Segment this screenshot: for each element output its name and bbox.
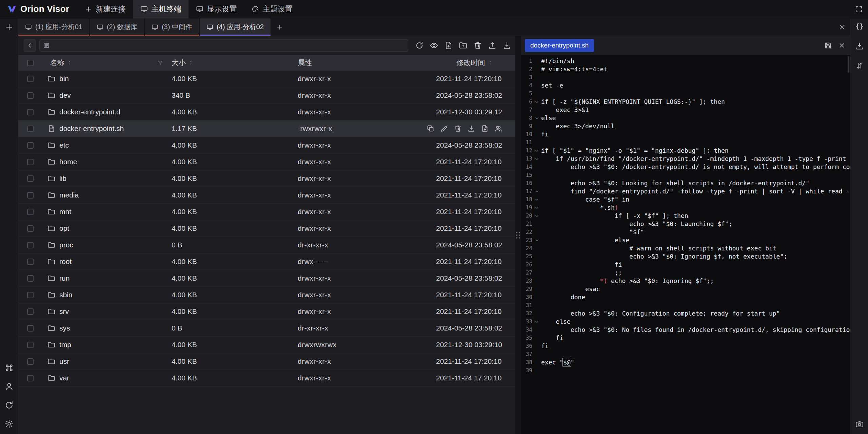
file-row[interactable]: var 4.00 KB drwxr-xr-x 2021-11-24 17:20:…: [18, 370, 515, 386]
row-checkbox[interactable]: [27, 325, 34, 332]
file-row[interactable]: dev 340 B drwxr-xr-x 2024-05-28 23:58:02: [18, 87, 515, 104]
new-tab-button[interactable]: [271, 18, 288, 36]
download-icon[interactable]: [467, 125, 475, 133]
sync-icon[interactable]: [4, 400, 14, 410]
fold-icon[interactable]: [532, 114, 541, 122]
fold-icon[interactable]: [532, 212, 541, 220]
row-checkbox[interactable]: [27, 259, 34, 265]
folder-icon: [47, 141, 56, 149]
refresh-icon[interactable]: [415, 41, 424, 50]
sort-name-icon[interactable]: [67, 60, 72, 65]
plus-icon: [85, 5, 92, 13]
fold-icon[interactable]: [532, 155, 541, 163]
new-folder-icon[interactable]: [459, 41, 468, 50]
file-row[interactable]: docker-entrypoint.d 4.00 KB drwxr-xr-x 2…: [18, 104, 515, 120]
fold-icon[interactable]: [532, 147, 541, 155]
braces-icon[interactable]: [855, 22, 864, 31]
file-row[interactable]: proc 0 B dr-xr-xr-x 2024-05-28 23:58:02: [18, 237, 515, 253]
save-icon[interactable]: [824, 41, 832, 50]
close-panel-icon[interactable]: [839, 23, 846, 31]
row-checkbox[interactable]: [27, 109, 34, 115]
row-checkbox[interactable]: [27, 375, 34, 381]
screen-record-icon[interactable]: [855, 420, 864, 429]
row-checkbox[interactable]: [27, 92, 34, 99]
upload-icon[interactable]: [488, 41, 497, 50]
editor-file-tab[interactable]: docker-entrypoint.sh: [525, 39, 594, 52]
file-row[interactable]: run 4.00 KB drwxr-xr-x 2024-05-28 23:58:…: [18, 270, 515, 287]
file-row[interactable]: sys 0 B dr-xr-xr-x 2024-05-28 23:58:02: [18, 320, 515, 337]
download-icon[interactable]: [502, 41, 511, 50]
gear-icon[interactable]: [4, 419, 14, 429]
new-file-icon[interactable]: [444, 41, 453, 50]
row-checkbox[interactable]: [27, 242, 34, 248]
panel-splitter[interactable]: [515, 36, 521, 434]
terminal-tab[interactable]: (4) 应用-分析02: [200, 18, 271, 36]
file-row[interactable]: srv 4.00 KB drwxr-xr-x 2021-11-24 17:20:…: [18, 303, 515, 320]
row-checkbox[interactable]: [27, 159, 34, 165]
file-row[interactable]: usr 4.00 KB drwxr-xr-x 2021-11-24 17:20:…: [18, 353, 515, 370]
column-header-name[interactable]: 名称: [50, 58, 64, 68]
file-row[interactable]: media 4.00 KB drwxr-xr-x 2021-11-24 17:2…: [18, 187, 515, 204]
fold-icon[interactable]: [532, 318, 541, 326]
copy-icon[interactable]: [427, 125, 435, 133]
file-row[interactable]: bin 4.00 KB drwxr-xr-x 2021-11-24 17:20:…: [18, 71, 515, 87]
fold-icon[interactable]: [532, 98, 541, 106]
terminal-tab[interactable]: (2) 数据库: [90, 18, 145, 36]
row-checkbox[interactable]: [27, 76, 34, 82]
row-checkbox[interactable]: [27, 308, 34, 315]
move-icon[interactable]: [481, 125, 489, 133]
delete-icon[interactable]: [473, 41, 482, 50]
edit-icon[interactable]: [440, 125, 448, 133]
column-header-mtime[interactable]: 修改时间: [457, 58, 485, 68]
fold-icon[interactable]: [532, 204, 541, 212]
file-row[interactable]: lib 4.00 KB drwxr-xr-x 2021-11-24 17:20:…: [18, 170, 515, 187]
file-row[interactable]: home 4.00 KB drwxr-xr-x 2021-11-24 17:20…: [18, 154, 515, 170]
user-icon[interactable]: [4, 382, 14, 391]
terminal-tab[interactable]: (1) 应用-分析01: [18, 18, 90, 36]
code-editor[interactable]: 1#!/bin/sh2# vim:sw=4:ts=4:et34set -e56i…: [521, 55, 850, 434]
file-row[interactable]: etc 4.00 KB drwxr-xr-x 2024-05-28 23:58:…: [18, 137, 515, 154]
fold-icon[interactable]: [532, 187, 541, 195]
row-checkbox[interactable]: [27, 192, 34, 199]
close-editor-icon[interactable]: [838, 42, 846, 49]
fold-icon[interactable]: [532, 195, 541, 204]
column-header-size[interactable]: 大小: [172, 58, 186, 68]
path-input[interactable]: [39, 39, 408, 52]
row-checkbox[interactable]: [27, 358, 34, 365]
file-row[interactable]: sbin 4.00 KB drwxr-xr-x 2021-11-24 17:20…: [18, 287, 515, 303]
file-mtime-cell: 2021-11-24 17:20:10: [434, 307, 515, 316]
row-checkbox[interactable]: [27, 142, 34, 149]
row-checkbox[interactable]: [27, 225, 34, 232]
row-checkbox[interactable]: [27, 209, 34, 215]
eye-icon[interactable]: [430, 41, 438, 50]
file-row[interactable]: root 4.00 KB drwx------ 2021-11-24 17:20…: [18, 253, 515, 270]
row-checkbox[interactable]: [27, 175, 34, 182]
menu-new-connection[interactable]: 新建连接: [77, 0, 133, 18]
menu-display-settings[interactable]: 显示设置: [189, 0, 244, 18]
fullscreen-icon[interactable]: [855, 5, 863, 13]
row-checkbox[interactable]: [27, 275, 34, 282]
file-row[interactable]: tmp 4.00 KB drwxrwxrwx 2021-12-30 03:29:…: [18, 337, 515, 353]
sort-size-icon[interactable]: [188, 60, 194, 65]
terminal-tab[interactable]: (3) 中间件: [145, 18, 200, 36]
filter-name-icon[interactable]: [157, 60, 163, 66]
row-checkbox[interactable]: [27, 292, 34, 298]
menu-theme-settings[interactable]: 主题设置: [244, 0, 300, 18]
delete-icon[interactable]: [454, 125, 462, 133]
swap-icon[interactable]: [855, 61, 864, 70]
command-icon[interactable]: [4, 363, 14, 373]
sort-mtime-icon[interactable]: [488, 60, 493, 65]
menu-host-terminal[interactable]: 主机终端: [133, 0, 189, 18]
tab-label: (2) 数据库: [107, 22, 137, 32]
fold-icon[interactable]: [532, 236, 541, 244]
file-row[interactable]: opt 4.00 KB drwxr-xr-x 2021-11-24 17:20:…: [18, 220, 515, 237]
back-button[interactable]: [24, 39, 36, 52]
permission-icon[interactable]: [494, 125, 502, 133]
new-terminal-icon[interactable]: [5, 23, 14, 32]
file-row[interactable]: mnt 4.00 KB drwxr-xr-x 2021-11-24 17:20:…: [18, 204, 515, 220]
file-row[interactable]: docker-entrypoint.sh 1.17 KB -rwxrwxr-x: [18, 120, 515, 137]
select-all-checkbox[interactable]: [27, 60, 34, 66]
row-checkbox[interactable]: [27, 342, 34, 348]
transfer-icon[interactable]: [855, 42, 864, 51]
row-checkbox[interactable]: [27, 126, 34, 132]
